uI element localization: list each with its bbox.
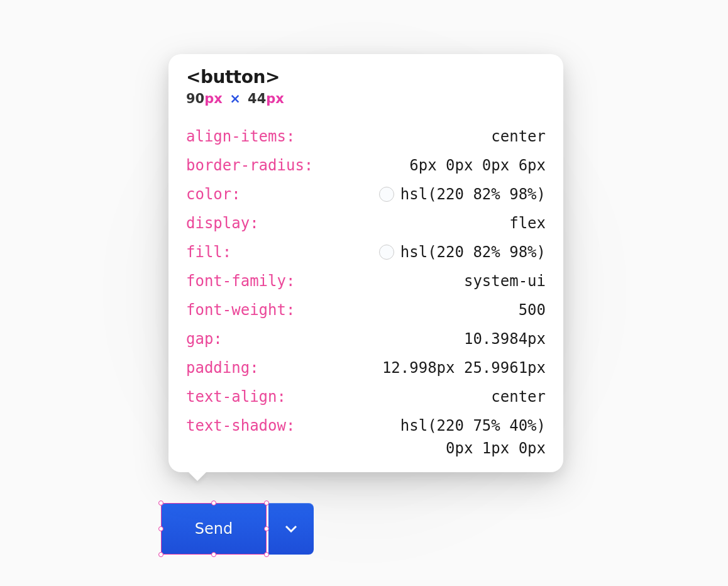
- css-property-name: fill:: [186, 245, 231, 260]
- css-property-value: 12.998px 25.9961px: [382, 360, 546, 375]
- css-property-value: hsl(220 75% 40%) 0px 1px 0px: [400, 418, 546, 456]
- css-property-row: text-align: center: [186, 389, 546, 404]
- chevron-down-icon: [285, 525, 297, 533]
- element-dimensions: 90px × 44px: [186, 91, 546, 106]
- css-property-value: hsl(220 82% 98%): [379, 187, 546, 202]
- css-properties-list: align-items: center border-radius: 6px 0…: [186, 129, 546, 456]
- css-property-name: gap:: [186, 331, 223, 346]
- inspector-tooltip: <button> 90px × 44px align-items: center…: [168, 54, 563, 472]
- css-property-value-line2: 0px 1px 0px: [446, 441, 546, 456]
- css-property-value: 6px 0px 0px 6px: [409, 158, 546, 173]
- css-property-value: 500: [519, 302, 546, 318]
- css-property-row: text-shadow: hsl(220 75% 40%) 0px 1px 0p…: [186, 418, 546, 456]
- split-button-group: Send: [161, 503, 314, 555]
- css-property-name: display:: [186, 216, 259, 231]
- send-dropdown-button[interactable]: [268, 503, 314, 555]
- css-property-value: 10.3984px: [464, 331, 546, 346]
- css-property-row: padding: 12.998px 25.9961px: [186, 360, 546, 375]
- css-property-row: fill: hsl(220 82% 98%): [186, 245, 546, 260]
- css-property-name: text-align:: [186, 389, 286, 404]
- css-property-value-line1: hsl(220 75% 40%): [400, 418, 546, 433]
- dimension-separator: ×: [229, 91, 241, 106]
- color-swatch-icon: [379, 187, 394, 202]
- css-property-name: font-family:: [186, 274, 295, 289]
- css-property-row: font-family: system-ui: [186, 274, 546, 289]
- css-property-value: flex: [509, 216, 546, 231]
- css-property-value: system-ui: [464, 274, 546, 289]
- css-property-name: padding:: [186, 360, 259, 375]
- dimension-height: 44: [248, 91, 266, 106]
- css-property-name: font-weight:: [186, 302, 295, 318]
- css-property-row: display: flex: [186, 216, 546, 231]
- css-property-name: border-radius:: [186, 158, 313, 173]
- element-tag: <button>: [186, 67, 546, 87]
- tooltip-arrow-icon: [189, 472, 206, 481]
- css-property-name: color:: [186, 187, 241, 202]
- css-property-row: font-weight: 500: [186, 302, 546, 318]
- dimension-width: 90: [186, 91, 204, 106]
- css-property-name: text-shadow:: [186, 418, 295, 433]
- css-property-value: center: [491, 389, 546, 404]
- dimension-height-unit: px: [266, 91, 284, 106]
- css-property-row: align-items: center: [186, 129, 546, 144]
- send-button[interactable]: Send: [161, 503, 267, 555]
- dimension-width-unit: px: [204, 91, 223, 106]
- css-property-value-text: hsl(220 82% 98%): [400, 245, 546, 260]
- css-property-row: gap: 10.3984px: [186, 331, 546, 346]
- css-property-row: color: hsl(220 82% 98%): [186, 187, 546, 202]
- css-property-row: border-radius: 6px 0px 0px 6px: [186, 158, 546, 173]
- css-property-value: hsl(220 82% 98%): [379, 245, 546, 260]
- css-property-value: center: [491, 129, 546, 144]
- css-property-name: align-items:: [186, 129, 295, 144]
- color-swatch-icon: [379, 245, 394, 260]
- css-property-value-text: hsl(220 82% 98%): [400, 187, 546, 202]
